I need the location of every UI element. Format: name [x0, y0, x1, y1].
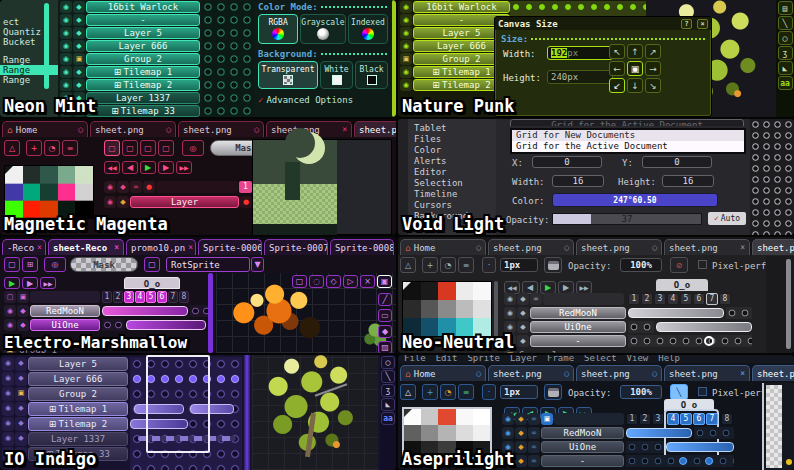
tab-close-icon[interactable]: ○	[476, 369, 481, 378]
marquee-tool-icon[interactable]: ▢	[158, 140, 174, 156]
contour-icon[interactable]: ◔	[44, 140, 60, 156]
text-tool-icon[interactable]: aa	[778, 76, 793, 90]
eye-icon[interactable]: ◉	[400, 66, 412, 78]
width-input[interactable]: 192 px	[547, 46, 613, 60]
tab-sheet-reco-active[interactable]: sheet-Reco×	[48, 239, 124, 255]
circle-select-icon[interactable]: ◌	[309, 275, 324, 288]
link-icon[interactable]: ∞	[130, 181, 142, 193]
tab-sheet-active[interactable]: sheet.pr	[752, 365, 794, 381]
tab-close-icon[interactable]: ○	[652, 369, 657, 378]
tab-close-icon[interactable]: ×	[188, 243, 193, 252]
help-button[interactable]: ?	[681, 19, 692, 29]
frame-1[interactable]: 1	[626, 413, 638, 425]
marquee-tool-icon[interactable]: ▢	[104, 140, 120, 156]
frame-7[interactable]: 7	[706, 293, 718, 305]
lasso-icon[interactable]: △	[400, 257, 416, 273]
contour-icon[interactable]: ◔	[440, 384, 456, 400]
frame-4[interactable]: 4	[667, 293, 679, 305]
marquee-icon[interactable]: ▢	[4, 257, 20, 272]
eye-icon[interactable]: ◉	[104, 196, 116, 208]
eye-icon[interactable]: ◉	[2, 432, 14, 446]
sidebar-item-selection[interactable]: Selection	[408, 178, 496, 189]
menu-frame[interactable]: Frame	[547, 355, 574, 363]
frame-cells[interactable]	[628, 335, 752, 347]
color-palette[interactable]	[402, 281, 492, 337]
canvas[interactable]	[252, 355, 378, 470]
dynamics-icon[interactable]: ⊘	[670, 257, 688, 273]
frame-6[interactable]: 6	[693, 413, 705, 425]
eraser-tool-icon[interactable]: ▭	[378, 309, 392, 322]
anchor-top-button[interactable]: ↑	[627, 44, 643, 59]
layer-name[interactable]: Layer 5	[86, 27, 200, 39]
tab-close-icon[interactable]: ○	[476, 243, 481, 252]
next-frame-button[interactable]: ▶	[158, 161, 174, 174]
anchor-right-button[interactable]: →	[645, 61, 661, 76]
grid-icon[interactable]: ⊞	[22, 257, 38, 272]
close-button[interactable]: ×	[697, 19, 708, 29]
ellipse-tool-icon[interactable]: ◯	[381, 356, 395, 369]
canvas[interactable]: ▢ ◌ ◇ ▷ × ▣ ╱ ▭ ◆ ▨	[216, 273, 396, 353]
lasso-icon[interactable]: △	[400, 384, 416, 400]
tab-sprite-0008[interactable]: Sprite-0008×	[330, 239, 394, 255]
tab-close-icon[interactable]: ×	[740, 369, 745, 378]
layer-name[interactable]: Layer 1337	[86, 92, 200, 104]
tab-sheet[interactable]: sheet.png○	[488, 239, 574, 255]
rewind-button[interactable]: ◀◀	[104, 161, 120, 174]
auto-checkbox[interactable]: ✓ Auto	[708, 212, 746, 225]
cel-duration-bar[interactable]	[626, 428, 692, 438]
eye-icon[interactable]: ◉	[502, 427, 514, 439]
rotsprite-dropdown[interactable]: RotSprite	[166, 257, 250, 272]
active-select-icon[interactable]: ▣	[377, 275, 392, 288]
dropdown-option-selected[interactable]: Grid for the Active Document	[512, 141, 744, 152]
sparkle-icon[interactable]: ◎	[182, 140, 204, 156]
eye-icon[interactable]: ◉	[60, 53, 72, 65]
cel-duration-bar[interactable]	[126, 320, 206, 330]
y-input[interactable]: 0	[642, 156, 712, 168]
height-input[interactable]: 240px	[547, 70, 613, 84]
anchor-left-button[interactable]: ←	[609, 61, 625, 76]
frame-4[interactable]: 4	[135, 291, 145, 303]
eye-icon[interactable]: ◉	[60, 27, 72, 39]
tab-promo10[interactable]: promo10.pn×	[126, 239, 196, 255]
lock-icon[interactable]: ◆	[73, 27, 85, 39]
contour-tool-icon[interactable]: ◣	[381, 398, 395, 411]
canvas-artwork[interactable]	[252, 139, 392, 235]
anchor-bottom-right-button[interactable]: ↘	[645, 78, 661, 93]
frame-cells[interactable]	[626, 441, 664, 453]
lock-icon[interactable]: ◆	[515, 427, 527, 439]
eye-icon[interactable]: ◉	[504, 293, 516, 305]
prev-frame-button[interactable]: ◀	[122, 161, 138, 174]
tab-close-icon[interactable]: ○	[564, 369, 569, 378]
menu-file[interactable]: File	[404, 355, 426, 363]
lasso-icon[interactable]: △	[4, 140, 20, 156]
gradient-icon[interactable]: ≡	[62, 140, 78, 156]
frame-2[interactable]: 2	[641, 293, 653, 305]
menu-select[interactable]: Select	[584, 355, 617, 363]
layer-name[interactable]: RedMooN	[30, 305, 100, 317]
eye-icon[interactable]: ◉	[60, 79, 72, 91]
tilemap-name[interactable]: ⊞Tilemap 1	[28, 402, 128, 416]
frame-2[interactable]: 2	[639, 413, 651, 425]
dropdown-option[interactable]: Grid for New Documents	[512, 130, 744, 141]
brush-size-input[interactable]: 1px	[500, 258, 538, 272]
canvas-checker[interactable]	[766, 385, 782, 468]
frame-6[interactable]: 6	[157, 291, 167, 303]
eye-icon[interactable]: ◉	[502, 413, 514, 425]
contour-icon[interactable]: ◔	[440, 257, 456, 273]
anchor-center-button[interactable]: ▣	[627, 61, 643, 76]
eye-icon[interactable]: ◉	[2, 402, 14, 416]
plus-icon[interactable]: +	[26, 140, 42, 156]
link-icon[interactable]: ∞	[528, 413, 540, 425]
lock-icon[interactable]: ◆	[117, 196, 129, 208]
layer-name[interactable]: RedMooN	[530, 307, 626, 319]
tilemap-name[interactable]: ⊞Tilemap 2	[86, 79, 200, 91]
eye-icon[interactable]: ◉	[400, 14, 412, 26]
tab-sheet[interactable]: sheet.png×	[664, 239, 750, 255]
brush-dot-icon[interactable]: ·	[482, 384, 496, 400]
anchor-top-right-button[interactable]: ↗	[645, 44, 661, 59]
advanced-options-check[interactable]: ✓Advanced Options	[258, 95, 388, 105]
lock-icon[interactable]: ◆	[15, 417, 27, 431]
sidebar-item-alerts[interactable]: Alerts	[408, 156, 496, 167]
frame-1[interactable]: 1	[628, 293, 640, 305]
frame-tag[interactable]: O_o	[124, 277, 180, 289]
